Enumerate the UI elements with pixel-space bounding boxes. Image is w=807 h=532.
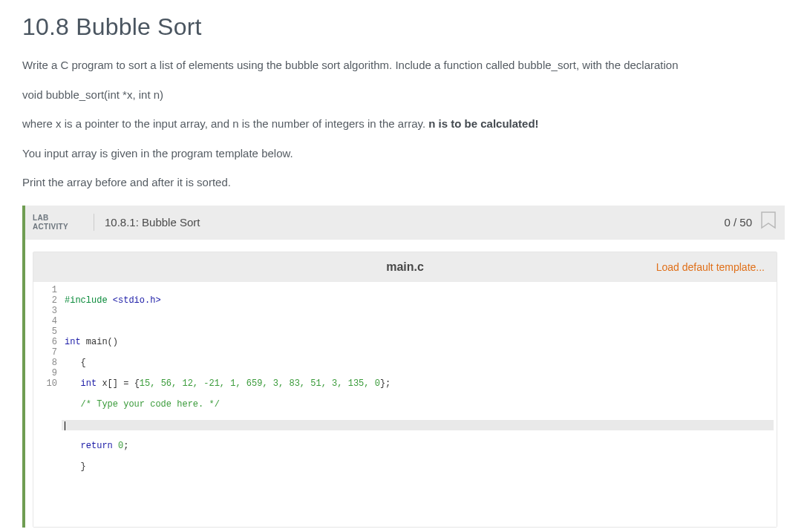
load-default-template-link[interactable]: Load default template... [656, 261, 765, 273]
line-number: 10 [33, 378, 57, 389]
editor-area: main.c Load default template... 12345678… [25, 240, 785, 528]
line-number-gutter: 12345678910 [33, 282, 62, 527]
code-token: <stdio.h> [113, 295, 161, 306]
code-active-line [62, 420, 774, 430]
code-content[interactable]: #include <stdio.h> int main() { int x[] … [62, 282, 777, 527]
line-number: 1 [33, 285, 57, 295]
code-line [65, 316, 777, 326]
lab-header: LAB ACTIVITY 10.8.1: Bubble Sort 0 / 50 [25, 206, 785, 240]
line-number: 4 [33, 316, 57, 326]
lab-activity-line2: ACTIVITY [33, 223, 88, 231]
code-comment: /* Type your code here. */ [65, 399, 220, 410]
line-number: 6 [33, 337, 57, 347]
code-token: return [81, 441, 113, 451]
code-token: #include [65, 295, 113, 306]
lab-activity-label: LAB ACTIVITY [25, 214, 94, 231]
desc-line-3b: n is to be calculated! [428, 117, 538, 130]
desc-line-5: Print the array before and after it is s… [22, 173, 785, 192]
line-number: 2 [33, 295, 57, 306]
line-number: 3 [33, 306, 57, 316]
code-token: ; [123, 441, 128, 451]
problem-description: Write a C program to sort a list of elem… [22, 56, 785, 192]
page-title: 10.8 Bubble Sort [22, 13, 785, 41]
resize-handle-icon[interactable] [765, 515, 775, 525]
code-line: { [65, 358, 777, 368]
desc-line-3: where x is a pointer to the input array,… [22, 114, 785, 134]
code-line [65, 482, 777, 493]
code-token [65, 378, 81, 389]
desc-line-2: void bubble_sort(int *x, int n) [22, 85, 785, 105]
lab-activity-line1: LAB [33, 214, 88, 223]
line-number: 8 [33, 358, 57, 368]
code-token [113, 441, 118, 451]
text-cursor [65, 421, 65, 430]
lab-title: 10.8.1: Bubble Sort [94, 216, 724, 229]
code-token: int [81, 378, 97, 389]
desc-line-1: Write a C program to sort a list of elem… [22, 56, 785, 75]
lab-panel: LAB ACTIVITY 10.8.1: Bubble Sort 0 / 50 … [22, 206, 785, 528]
line-number: 5 [33, 326, 57, 337]
code-token: int [65, 337, 81, 347]
code-token: main() [81, 337, 118, 347]
code-token [65, 441, 81, 451]
line-number: 7 [33, 347, 57, 358]
code-token: }; [380, 378, 391, 389]
code-token: 15, 56, 12, -21, 1, 659, 3, 83, 51, 3, 1… [140, 378, 380, 389]
editor-tab-bar: main.c Load default template... [33, 252, 777, 282]
desc-line-3a: where x is a pointer to the input array,… [22, 117, 428, 130]
desc-line-4: You input array is given in the program … [22, 144, 785, 163]
code-line: } [65, 462, 777, 472]
line-number: 9 [33, 368, 57, 378]
code-editor[interactable]: 12345678910 #include <stdio.h> int main(… [33, 282, 777, 527]
code-token: x[] = { [97, 378, 140, 389]
lab-score: 0 / 50 [724, 216, 759, 229]
bookmark-icon[interactable] [759, 211, 777, 234]
